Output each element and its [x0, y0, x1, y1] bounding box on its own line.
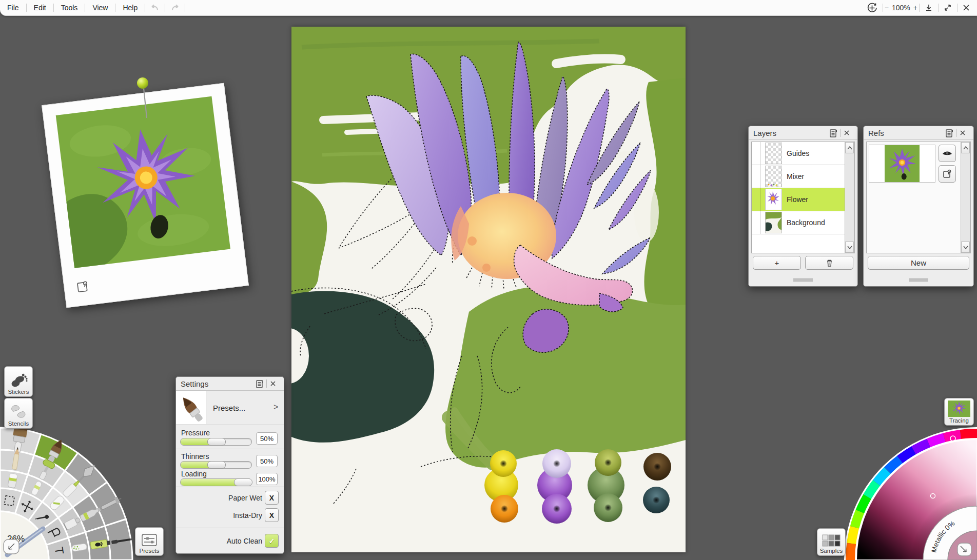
fullscreen-icon[interactable] — [939, 3, 957, 12]
settings-panel-title: Settings — [181, 379, 208, 388]
new-ref-button[interactable]: New — [868, 256, 969, 270]
wheel-collapse-button[interactable] — [4, 539, 19, 554]
samples-label: Samples — [820, 547, 843, 555]
stickers-label: Stickers — [8, 388, 29, 396]
paper-wet-label: Paper Wet — [228, 494, 262, 502]
add-layer-button[interactable]: + — [753, 256, 801, 270]
presets-button[interactable]: Presets — [135, 527, 164, 556]
menu-file[interactable]: File — [0, 4, 26, 12]
layer-label: Flower — [787, 195, 808, 204]
loading-slider[interactable] — [180, 478, 252, 486]
paper-wet-toggle[interactable]: X — [265, 491, 279, 505]
undo-icon[interactable] — [145, 4, 165, 12]
painting-canvas[interactable] — [291, 27, 686, 552]
refs-list — [866, 142, 971, 253]
loading-label: Loading — [181, 470, 207, 478]
stencils-label: Stencils — [8, 420, 29, 428]
presets-chevron-icon[interactable]: > — [273, 403, 278, 412]
footprint-icon — [8, 372, 29, 388]
paint-blob-teal — [643, 487, 670, 513]
loading-value[interactable]: 100% — [256, 473, 278, 485]
thinners-slider[interactable] — [180, 461, 252, 469]
picker-collapse-button[interactable] — [958, 543, 971, 556]
presets-opener-label[interactable]: Presets... — [213, 404, 245, 412]
canvas-painting[interactable] — [291, 27, 686, 552]
refs-scrollbar[interactable] — [961, 142, 970, 253]
layer-visibility-gutter[interactable] — [752, 142, 761, 165]
layer-row-background[interactable]: Background — [752, 211, 845, 234]
panel-resize-grip[interactable] — [793, 278, 813, 283]
samples-button[interactable]: Samples — [817, 528, 846, 556]
layer-visibility-gutter[interactable] — [752, 211, 761, 234]
layer-thumbnail — [765, 212, 782, 233]
pressure-label: Pressure — [181, 429, 210, 437]
layer-thumbnail — [765, 143, 782, 164]
scroll-up-icon[interactable] — [845, 142, 854, 153]
close-icon[interactable] — [267, 381, 279, 387]
delete-layer-button[interactable] — [805, 256, 853, 270]
insta-dry-toggle[interactable]: X — [265, 508, 279, 522]
scroll-up-icon[interactable] — [961, 142, 970, 153]
layer-row-guides[interactable]: Guides — [752, 142, 845, 165]
thinners-value[interactable]: 50% — [256, 455, 278, 467]
menu-separator — [185, 4, 185, 12]
scroll-down-icon[interactable] — [845, 242, 854, 253]
layer-visibility-gutter[interactable] — [752, 165, 761, 188]
eye-icon — [942, 150, 952, 157]
share-icon[interactable] — [77, 282, 88, 292]
stencils-button[interactable]: Stencils — [4, 398, 33, 429]
menu-help[interactable]: Help — [115, 4, 145, 12]
pin-icon — [132, 75, 155, 122]
tool-wheel[interactable]: T 26% — [0, 410, 154, 560]
samples-icon — [821, 534, 842, 547]
new-ref-label: New — [911, 258, 926, 267]
tracing-image-icon — [948, 401, 970, 417]
layer-label: Background — [787, 218, 825, 227]
settings-panel-titlebar[interactable]: Settings — [176, 377, 284, 391]
reset-view-icon[interactable] — [862, 2, 883, 14]
ref-visibility-button[interactable] — [939, 145, 956, 162]
layers-panel-titlebar[interactable]: Layers — [749, 126, 857, 140]
close-icon[interactable] — [956, 130, 969, 136]
refs-panel: Refs — [863, 126, 974, 287]
layer-label: Mixer — [787, 172, 804, 181]
menu-bar: File Edit Tools View Help − 100% + — [0, 0, 977, 16]
menu-edit[interactable]: Edit — [27, 4, 53, 12]
thinners-label: Thinners — [181, 452, 209, 461]
layers-list: Guides Mixer Flower — [751, 142, 855, 253]
layer-thumbnail — [765, 189, 782, 210]
layer-row-mixer[interactable]: Mixer — [752, 165, 845, 188]
menu-view[interactable]: View — [85, 4, 115, 12]
panel-menu-icon[interactable] — [827, 129, 840, 137]
close-icon[interactable] — [958, 4, 975, 12]
zoom-out-button[interactable]: − — [883, 4, 890, 12]
layers-panel: Layers Guides M — [748, 126, 858, 287]
panel-menu-icon[interactable] — [943, 129, 956, 137]
menu-tools[interactable]: Tools — [54, 4, 85, 12]
pressure-value[interactable]: 50% — [256, 432, 278, 445]
panel-menu-icon[interactable] — [253, 379, 266, 388]
layer-row-flower[interactable]: Flower — [752, 188, 845, 211]
tracing-button[interactable]: Tracing — [944, 398, 974, 426]
tracing-label: Tracing — [949, 417, 969, 425]
auto-clean-checkbox[interactable]: ✓ — [265, 534, 279, 548]
layer-visibility-gutter[interactable] — [752, 188, 761, 211]
redo-icon[interactable] — [165, 4, 185, 12]
zoom-in-button[interactable]: + — [912, 4, 919, 12]
panel-resize-grip[interactable] — [909, 278, 928, 283]
layers-scrollbar[interactable] — [845, 142, 854, 253]
close-icon[interactable] — [841, 130, 853, 136]
refs-panel-titlebar[interactable]: Refs — [864, 126, 973, 140]
zoom-level: 100% — [890, 4, 912, 12]
pressure-slider[interactable] — [180, 438, 252, 446]
reference-thumbnail[interactable] — [869, 145, 935, 183]
scroll-down-icon[interactable] — [961, 242, 970, 253]
stickers-button[interactable]: Stickers — [4, 366, 33, 397]
ref-pin-button[interactable] — [939, 165, 956, 183]
minimize-icon[interactable] — [920, 3, 938, 12]
presets-icon — [140, 533, 159, 547]
trash-icon — [826, 259, 833, 267]
artrage-window: File Edit Tools View Help − 100% + — [0, 0, 977, 560]
color-picker[interactable]: Metallic 0% — [823, 409, 977, 560]
presets-label: Presets — [140, 547, 160, 555]
